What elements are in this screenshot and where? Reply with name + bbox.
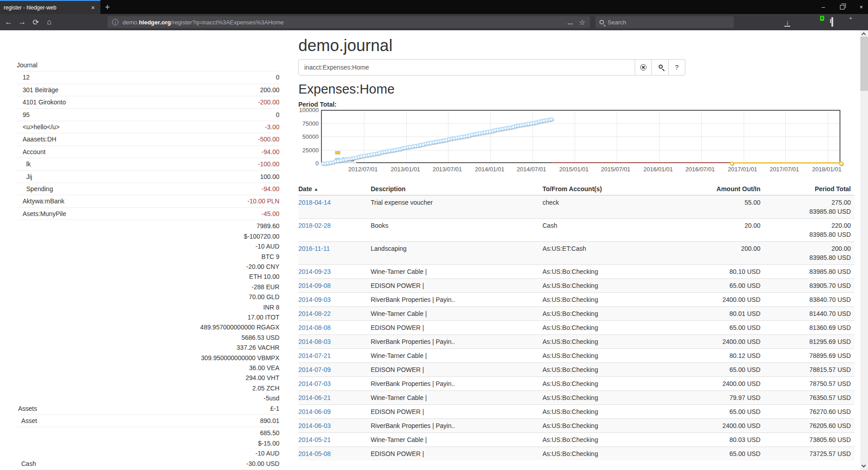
gridline	[744, 111, 744, 162]
account-link[interactable]: 301 Beiträge	[23, 85, 58, 95]
sidebar-account-row[interactable]: Jij100.00	[17, 171, 279, 183]
account-link[interactable]: Aaasets:DH	[23, 134, 57, 144]
scrollbar-thumb[interactable]	[860, 37, 868, 91]
window-close-button[interactable]: ×	[858, 4, 864, 10]
transaction-date-link[interactable]: 2014-08-22	[298, 310, 331, 317]
sidebar-account-row[interactable]: <u>hello</u>-3.00	[17, 121, 279, 133]
transaction-date-link[interactable]: 2014-07-03	[298, 380, 331, 387]
new-tab-button[interactable]: +	[105, 2, 110, 13]
scroll-up-arrow[interactable]	[862, 32, 866, 36]
transaction-date-link[interactable]: 2014-09-08	[298, 282, 331, 289]
column-header-description[interactable]: Description	[371, 183, 542, 195]
window-minimize-button[interactable]: –	[820, 4, 826, 10]
transaction-date-link[interactable]: 2014-06-21	[298, 394, 331, 401]
extension-icon[interactable]: 0	[813, 18, 821, 26]
menu-hamburger-icon[interactable]	[858, 18, 866, 26]
sidebar-account-row[interactable]: Asets:MunyPile-45.00	[17, 208, 279, 220]
sidebar-account-row[interactable]: 301 Beiträge200.00	[17, 84, 279, 96]
sidebar-account-row[interactable]: 950	[17, 109, 279, 121]
screenshots-grid-icon[interactable]	[843, 18, 851, 26]
account-link[interactable]: Account	[23, 147, 46, 157]
transaction-accounts: check	[542, 195, 714, 219]
main-column: demo.journal ? Expenses:Home Period Tota…	[298, 30, 854, 461]
transaction-accounts: As:US:Bo:Checking	[542, 293, 714, 307]
sidebar-account-row[interactable]: 120	[17, 71, 279, 84]
y-tick-label: 25000	[302, 146, 319, 153]
query-input[interactable]	[298, 59, 635, 75]
search-query-button[interactable]	[652, 59, 669, 75]
sidebar-account-row[interactable]: Cash685.50$-15.00-10 AUD-30.00 USD	[17, 427, 279, 470]
window-restore-button[interactable]	[840, 5, 844, 9]
transaction-amount: 65.00 USD	[714, 321, 764, 335]
transaction-date-link[interactable]: 2014-06-03	[298, 422, 331, 429]
sidebar-account-row[interactable]: 4101 Girokonto-200.00	[17, 96, 279, 108]
tab-close-icon[interactable]: ×	[89, 4, 97, 11]
account-link[interactable]: 12	[23, 72, 30, 82]
account-link[interactable]: 95	[23, 110, 30, 120]
column-header-tofrom[interactable]: To/From Account(s)	[542, 183, 714, 195]
sidebar-account-row[interactable]: lk-100.00	[17, 158, 279, 170]
query-form: ?	[298, 59, 685, 75]
sidebar-account-row[interactable]: Asset890.01	[17, 415, 279, 427]
transaction-date-link[interactable]: 2014-07-21	[298, 352, 331, 359]
account-heading: Expenses:Home	[298, 81, 854, 97]
transaction-date-link[interactable]: 2014-05-21	[298, 436, 331, 443]
transaction-date-link[interactable]: 2014-09-03	[298, 296, 331, 303]
site-info-icon[interactable]: i	[112, 19, 118, 25]
x-tick-label: 2017/01/01	[728, 166, 757, 173]
account-link[interactable]: Aktywa:mBank	[23, 196, 65, 206]
scroll-down-arrow[interactable]	[862, 464, 866, 468]
account-balance: 0	[30, 110, 279, 120]
home-button[interactable]: ⌂	[42, 18, 56, 27]
account-link[interactable]: <u>hello</u>	[23, 122, 60, 132]
transaction-date-link[interactable]: 2018-02-28	[298, 222, 331, 229]
clear-query-button[interactable]	[635, 59, 652, 75]
bookmark-star-icon[interactable]: ☆	[579, 18, 585, 27]
help-button[interactable]: ?	[669, 59, 685, 75]
transaction-date-link[interactable]: 2016-11-11	[298, 245, 330, 252]
account-link[interactable]: Asets:MunyPile	[23, 209, 66, 219]
sidebar-journal-row[interactable]: Journal	[17, 59, 279, 71]
library-icon[interactable]	[798, 18, 807, 26]
page-actions-icon[interactable]: …	[567, 19, 574, 26]
browser-tab[interactable]: register - hledger-web ×	[0, 0, 100, 14]
transaction-description: RiverBank Properties | Payin..	[371, 419, 542, 433]
account-link[interactable]: Assets	[18, 404, 37, 414]
sidebar-account-row[interactable]: Spending-94.00	[17, 183, 279, 195]
sidebar-account-row[interactable]: Aaasets:DH-500.00	[17, 133, 279, 146]
transaction-date-link[interactable]: 2014-06-09	[298, 408, 331, 415]
journal-link[interactable]: Journal	[17, 60, 38, 70]
account-link[interactable]: Spending	[26, 184, 53, 194]
account-link[interactable]: Cash	[21, 459, 36, 469]
page-scrollbar[interactable]	[860, 30, 868, 470]
column-header-date[interactable]: Date ▲	[298, 183, 371, 195]
account-link[interactable]: Jij	[26, 172, 32, 182]
account-link[interactable]: 4101 Girokonto	[23, 97, 66, 107]
back-button[interactable]: ←	[2, 18, 15, 27]
transaction-date-link[interactable]: 2014-08-08	[298, 324, 331, 331]
downloads-icon[interactable]: ↓	[783, 18, 792, 26]
account-link[interactable]: lk	[26, 159, 31, 169]
transaction-date-link[interactable]: 2014-08-03	[298, 338, 331, 345]
balance-amount: 5686.53 USD	[37, 333, 279, 343]
sidebar-toggle-icon[interactable]	[828, 18, 836, 26]
account-balance: 0	[30, 72, 279, 82]
column-header-period-total[interactable]: Period Total	[764, 183, 854, 195]
reload-button[interactable]: ⟳	[29, 18, 42, 27]
transaction-date-link[interactable]: 2018-04-14	[298, 199, 331, 206]
x-tick-label: 2014/01/01	[475, 166, 505, 173]
forward-button[interactable]: →	[15, 18, 29, 27]
sidebar-account-row[interactable]: Account-94.00	[17, 146, 279, 158]
register-row: 2014-06-03RiverBank Properties | Payin..…	[298, 419, 854, 433]
account-balance: 7989.60$-100720.00-10 AUDBTC 9-20.00 CNY…	[37, 221, 279, 414]
column-header-amount[interactable]: Amount Out/In	[714, 183, 764, 195]
sidebar-account-row[interactable]: Assets7989.60$-100720.00-10 AUDBTC 9-20.…	[17, 220, 279, 415]
transaction-date-link[interactable]: 2014-09-23	[298, 268, 331, 275]
account-link[interactable]: Asset	[21, 416, 37, 426]
browser-search-field[interactable]: Search	[595, 16, 734, 28]
url-bar[interactable]: i demo.hledger.org/register?q=inacct%3AE…	[108, 16, 590, 28]
period-total-amount: 275.0083985.80 USD	[764, 195, 854, 219]
sidebar-account-row[interactable]: Aktywa:mBank-10.00 PLN	[17, 195, 279, 207]
transaction-date-link[interactable]: 2014-07-09	[298, 366, 331, 373]
transaction-date-link[interactable]: 2014-05-08	[298, 450, 331, 457]
